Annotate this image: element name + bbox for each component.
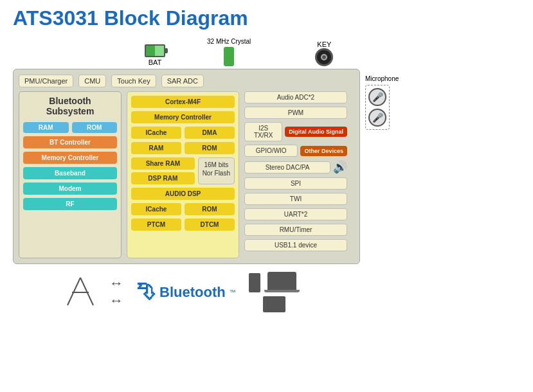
cortex-m4f: Cortex-M4F xyxy=(131,96,235,108)
device-images xyxy=(249,272,300,312)
pwm: PWM xyxy=(244,107,347,119)
rmu-timer: RMU/Timer xyxy=(244,224,347,236)
mic-icon-1: 🎤 xyxy=(368,88,386,106)
cpu-dma: DMA xyxy=(185,127,235,139)
dsp-ram: DSP RAM xyxy=(131,172,195,184)
mic-icon-2: 🎤 xyxy=(368,109,386,127)
main-block-diagram: PMU/Charger CMU Touch Key SAR ADC Blueto… xyxy=(13,69,360,264)
sar-adc-label: SAR ADC xyxy=(161,75,204,87)
tablet-device-icon xyxy=(263,296,285,312)
spi: SPI xyxy=(244,177,347,190)
bottom-section: ↔ ↔ ⮷ Bluetooth ™ xyxy=(64,272,521,312)
i2s-txrx: I2S TX/RX xyxy=(244,122,282,141)
bt-baseband: Baseband xyxy=(23,167,117,179)
microphone-label: Microphone xyxy=(365,75,399,82)
cpu-icache: ICache xyxy=(131,127,181,139)
bt-rf: RF xyxy=(23,198,117,210)
crystal-component: 32 MHz Crystal xyxy=(207,38,251,66)
key-icon xyxy=(315,48,333,66)
laptop-device-icon xyxy=(264,272,300,292)
bt-rom: ROM xyxy=(72,122,118,133)
stereo-dac: Stereo DAC/PA xyxy=(244,161,330,174)
speaker-icon: 🔊 xyxy=(333,160,347,174)
bt-memory-controller: Memory Controller xyxy=(23,152,117,164)
uart2: UART*2 xyxy=(244,208,347,220)
cmu-label: CMU xyxy=(78,75,106,87)
svg-line-1 xyxy=(80,278,93,305)
phone-device-icon xyxy=(249,273,260,292)
audio-dsp: AUDIO DSP xyxy=(131,188,235,200)
crystal-icon xyxy=(224,47,234,66)
gpio-wio: GPIO/WIO xyxy=(244,145,298,157)
cpu-ram: RAM xyxy=(131,142,181,154)
bat-label: BAT xyxy=(149,58,162,66)
nor-flash: 16M bitsNor Flash xyxy=(198,157,235,184)
twi: TWI xyxy=(244,193,347,205)
bt-modem: Modem xyxy=(23,183,117,195)
bat-component: BAT xyxy=(145,44,165,66)
dtcm: DTCM xyxy=(185,218,235,231)
share-ram: Share RAM xyxy=(131,157,195,170)
bt-symbol: ⮷ xyxy=(136,281,156,303)
bluetooth-tm: ™ xyxy=(230,289,236,296)
microphone-column: Microphone 🎤 🎤 xyxy=(365,69,399,130)
digital-audio-signal: Digital Audio Signal xyxy=(285,127,347,137)
svg-line-0 xyxy=(68,278,80,305)
crystal-label: 32 MHz Crystal xyxy=(207,38,251,46)
cpu-memory-controller: Memory Controller xyxy=(131,111,235,123)
audio-adc: Audio ADC*2 xyxy=(244,91,347,103)
page-title: ATS3031 Block Diagram xyxy=(13,6,521,30)
bt-subsystem-title: BluetoothSubsystem xyxy=(23,96,117,116)
bluetooth-logo: ⮷ Bluetooth ™ xyxy=(136,281,236,303)
microphone-group: 🎤 🎤 xyxy=(365,85,390,130)
cpu-dsp-area: Cortex-M4F Memory Controller ICache DMA … xyxy=(127,91,239,258)
antenna-icon xyxy=(64,276,96,308)
io-area: Audio ADC*2 PWM I2S TX/RX Digital Audio … xyxy=(244,91,347,258)
dsp-rom: ROM xyxy=(185,203,235,215)
ptcm: PTCM xyxy=(131,218,181,231)
dsp-icache: ICache xyxy=(131,203,181,215)
bat-icon xyxy=(145,44,165,57)
bt-controller: BT Controller xyxy=(23,136,117,148)
key-label: KEY xyxy=(317,40,331,48)
bluetooth-subsystem: BluetoothSubsystem RAM ROM BT Controller… xyxy=(19,91,122,258)
usb-device: USB1.1 device xyxy=(244,239,347,251)
transfer-arrows: ↔ ↔ xyxy=(109,275,123,309)
pmu-charger-label: PMU/Charger xyxy=(19,75,73,87)
antenna xyxy=(64,276,96,308)
bluetooth-text: Bluetooth xyxy=(159,284,226,301)
other-devices: Other Devices xyxy=(300,146,347,156)
touch-key-label: Touch Key xyxy=(111,75,156,87)
bt-ram: RAM xyxy=(23,122,69,133)
key-component: KEY xyxy=(315,40,333,66)
cpu-rom: ROM xyxy=(185,142,235,154)
